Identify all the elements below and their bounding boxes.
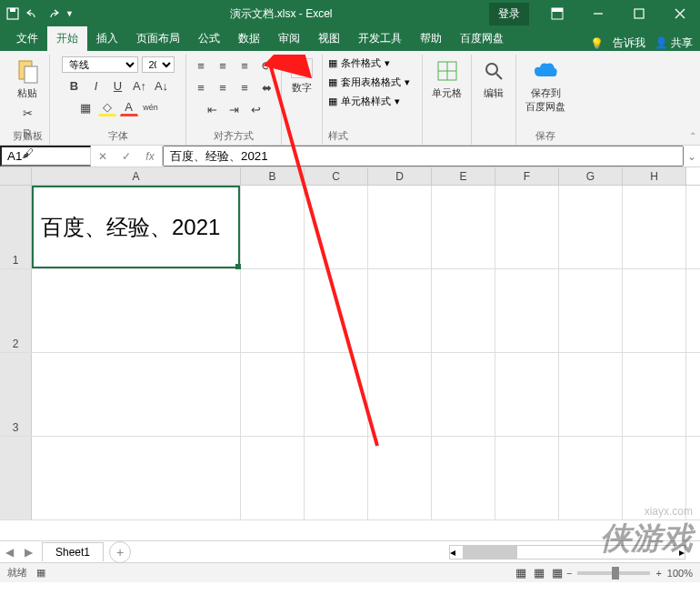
merge-icon[interactable]: ⬌ — [257, 78, 275, 96]
cell[interactable] — [495, 353, 559, 436]
minimize-icon[interactable] — [577, 0, 618, 27]
cell[interactable] — [559, 353, 623, 436]
cell[interactable] — [241, 437, 305, 519]
number-format-button[interactable]: % 数字 — [287, 56, 316, 96]
sheet-next-icon[interactable]: ▶ — [19, 546, 38, 559]
fill-color-icon[interactable]: ◇ — [98, 98, 116, 116]
col-header-b[interactable]: B — [241, 167, 305, 185]
cell[interactable] — [368, 186, 432, 268]
cell[interactable] — [432, 437, 495, 519]
conditional-format-button[interactable]: ▦条件格式 ▾ — [328, 56, 390, 70]
editing-button[interactable]: 编辑 — [477, 56, 510, 102]
zoom-in-button[interactable]: + — [655, 568, 661, 579]
cancel-formula-icon[interactable]: ✕ — [91, 150, 115, 163]
save-baidu-button[interactable]: 保存到 百度网盘 — [522, 56, 569, 116]
indent-inc-icon[interactable]: ⇥ — [225, 100, 243, 118]
save-icon[interactable] — [5, 6, 20, 21]
row-header-1[interactable]: 1 — [0, 186, 32, 268]
row-header-2[interactable]: 2 — [0, 269, 32, 352]
select-all-corner[interactable] — [0, 167, 32, 185]
cell[interactable] — [305, 269, 368, 352]
cell[interactable] — [368, 353, 432, 436]
italic-icon[interactable]: I — [87, 76, 105, 95]
expand-formula-icon[interactable]: ⌄ — [684, 146, 700, 166]
cell[interactable] — [368, 437, 432, 519]
cell[interactable] — [623, 353, 686, 436]
cell[interactable] — [623, 437, 686, 519]
cell[interactable] — [432, 353, 495, 436]
bold-icon[interactable]: B — [65, 76, 84, 95]
cell[interactable] — [241, 269, 305, 352]
underline-icon[interactable]: U — [109, 76, 127, 95]
cell[interactable] — [559, 186, 623, 268]
tab-review[interactable]: 审阅 — [269, 26, 309, 51]
align-bottom-icon[interactable]: ≡ — [235, 56, 254, 75]
cell[interactable] — [495, 186, 559, 268]
col-header-a[interactable]: A — [32, 167, 241, 185]
row-header-3[interactable]: 3 — [0, 353, 32, 436]
qat-dropdown-icon[interactable]: ▼ — [65, 9, 74, 18]
tab-devtools[interactable]: 开发工具 — [349, 26, 411, 51]
cell[interactable] — [32, 437, 241, 519]
col-header-g[interactable]: G — [559, 167, 623, 185]
lightbulb-icon[interactable]: 💡 — [590, 37, 604, 50]
maximize-icon[interactable] — [618, 0, 659, 27]
cell[interactable] — [495, 437, 559, 519]
zoom-out-button[interactable]: − — [566, 568, 572, 579]
orient-icon[interactable]: ⟳ — [257, 56, 275, 75]
col-header-h[interactable]: H — [623, 167, 686, 185]
cell[interactable] — [559, 269, 623, 352]
format-painter-icon[interactable]: 🖌 — [18, 144, 36, 162]
wrap-icon[interactable]: ↩ — [246, 100, 265, 118]
cell[interactable] — [623, 269, 686, 352]
collapse-ribbon-icon[interactable]: ⌃ — [689, 131, 696, 141]
cells-button[interactable]: 单元格 — [428, 56, 465, 102]
cell[interactable] — [241, 186, 305, 268]
redo-icon[interactable] — [45, 6, 60, 21]
paste-button[interactable]: 粘贴 — [11, 56, 44, 102]
fill-handle[interactable] — [235, 264, 241, 269]
font-name-select[interactable]: 等线 — [62, 56, 138, 73]
font-color-icon[interactable]: A — [120, 98, 138, 116]
macro-record-icon[interactable]: ▦ — [36, 567, 45, 579]
cell[interactable] — [305, 353, 368, 436]
tab-data[interactable]: 数据 — [229, 26, 269, 51]
tab-insert[interactable]: 插入 — [87, 26, 127, 51]
zoom-slider[interactable] — [577, 571, 650, 575]
tab-formulas[interactable]: 公式 — [189, 26, 229, 51]
cell[interactable] — [432, 269, 495, 352]
ruby-icon[interactable]: wén — [142, 98, 160, 116]
align-center-icon[interactable]: ≡ — [214, 78, 232, 96]
sheet-tab-1[interactable]: Sheet1 — [42, 542, 104, 561]
col-header-d[interactable]: D — [368, 167, 432, 185]
hscrollbar[interactable]: ◂ ▸ — [449, 545, 685, 560]
increase-font-icon[interactable]: A↑ — [131, 76, 149, 95]
tab-file[interactable]: 文件 — [7, 26, 47, 51]
close-icon[interactable] — [659, 0, 700, 27]
cell[interactable] — [368, 269, 432, 352]
col-header-c[interactable]: C — [305, 167, 368, 185]
view-pagelayout-icon[interactable]: ▦ — [530, 564, 548, 582]
formula-input[interactable] — [163, 146, 684, 166]
cell[interactable] — [32, 269, 241, 352]
col-header-e[interactable]: E — [432, 167, 495, 185]
share-button[interactable]: 👤 共享 — [655, 35, 693, 51]
cell[interactable] — [623, 186, 686, 268]
selected-cell[interactable]: 百度、经验、2021 — [32, 186, 240, 268]
border-icon[interactable]: ▦ — [76, 98, 95, 116]
align-right-icon[interactable]: ≡ — [235, 78, 254, 96]
undo-icon[interactable] — [25, 6, 40, 21]
sheet-prev-icon[interactable]: ◀ — [0, 546, 19, 559]
tab-view[interactable]: 视图 — [309, 26, 349, 51]
cell[interactable] — [305, 437, 368, 519]
decrease-font-icon[interactable]: A↓ — [153, 76, 171, 95]
name-box[interactable] — [0, 146, 91, 166]
enter-formula-icon[interactable]: ✓ — [115, 150, 138, 163]
cell[interactable] — [32, 353, 241, 436]
cell[interactable] — [495, 269, 559, 352]
row-header[interactable] — [0, 437, 32, 519]
align-left-icon[interactable]: ≡ — [192, 78, 210, 96]
font-size-select[interactable]: 20 — [142, 56, 175, 73]
cell[interactable] — [241, 353, 305, 436]
add-sheet-button[interactable]: + — [109, 541, 131, 563]
